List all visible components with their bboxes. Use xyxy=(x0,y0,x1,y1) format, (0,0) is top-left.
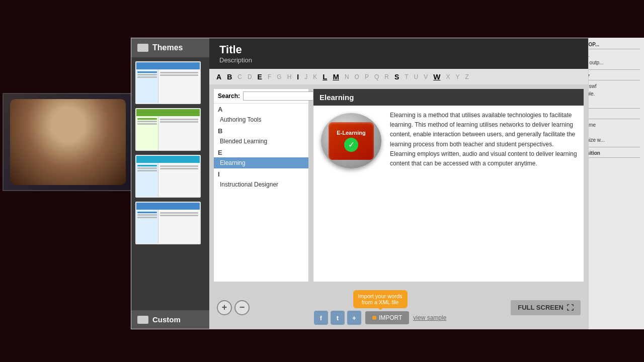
theme-thumbnails xyxy=(131,57,209,303)
alpha-X[interactable]: X xyxy=(444,72,452,81)
main-content: Title Description A B C D E F G H I J K … xyxy=(209,38,588,329)
import-tooltip: Import your words from a XML file xyxy=(353,290,408,308)
webcam-person xyxy=(10,99,126,186)
view-sample-link[interactable]: view sample xyxy=(413,314,446,321)
term-blended-learning[interactable]: Blended Learning xyxy=(214,136,308,147)
custom-label: Custom xyxy=(152,315,181,324)
alpha-Q[interactable]: Q xyxy=(372,72,381,81)
theme4-right xyxy=(158,210,200,243)
social-buttons: f t + xyxy=(314,311,361,325)
twitter-button[interactable]: t xyxy=(331,311,345,325)
alpha-T[interactable]: T xyxy=(403,72,410,81)
custom-footer[interactable]: Custom xyxy=(131,310,209,329)
webcam-area xyxy=(3,93,133,191)
detail-body: E-Learning ✓ Elearning is a method that … xyxy=(313,106,584,282)
alpha-J[interactable]: J xyxy=(302,72,309,81)
import-dot-icon xyxy=(372,316,376,320)
alpha-W[interactable]: W xyxy=(431,71,442,82)
themes-sidebar: Themes xyxy=(131,38,209,329)
theme-item-2[interactable] xyxy=(135,108,201,151)
theme1-left xyxy=(136,69,158,103)
fullscreen-icon: ⛶ xyxy=(567,304,574,312)
title-header: Title Description xyxy=(209,38,588,69)
elearning-badge-inner: E-Learning ✓ xyxy=(329,122,374,160)
alpha-U[interactable]: U xyxy=(412,72,421,81)
theme3-right xyxy=(158,163,200,197)
theme2-bar xyxy=(136,109,200,116)
detail-header: Elearning xyxy=(313,89,584,106)
theme-item-3[interactable] xyxy=(135,155,201,198)
alpha-C[interactable]: C xyxy=(235,72,244,81)
group-B: B xyxy=(214,125,308,136)
glossary-area: Search: A Authoring Tools B Blended Lear… xyxy=(209,84,588,286)
app-window: Themes xyxy=(131,38,589,329)
theme-item-1[interactable] xyxy=(135,61,201,104)
alphabet-bar: A B C D E F G H I J K L M N O P Q R S T … xyxy=(209,69,588,84)
group-A: A xyxy=(214,104,308,114)
glossary-detail: Elearning E-Learning ✓ Elearning is a me… xyxy=(313,88,584,282)
themes-icon xyxy=(137,44,148,52)
alpha-E[interactable]: E xyxy=(256,72,264,82)
alpha-K[interactable]: K xyxy=(311,72,319,81)
theme2-left xyxy=(136,116,158,150)
facebook-button[interactable]: f xyxy=(314,311,328,325)
detail-image: E-Learning ✓ xyxy=(318,111,384,171)
fullscreen-label: FULL SCREEN xyxy=(518,304,564,311)
title-text: Title xyxy=(219,43,578,56)
term-authoring-tools[interactable]: Authoring Tools xyxy=(214,114,308,125)
alpha-R[interactable]: R xyxy=(382,72,391,81)
alpha-I[interactable]: I xyxy=(295,72,301,82)
elearning-badge-text: E-Learning xyxy=(337,130,365,136)
alpha-A[interactable]: A xyxy=(214,72,223,82)
remove-button[interactable]: − xyxy=(234,300,250,315)
alpha-G[interactable]: G xyxy=(275,72,283,81)
theme1-right xyxy=(158,69,200,103)
term-elearning[interactable]: Elearning xyxy=(214,157,308,168)
theme1-bar xyxy=(136,62,200,69)
theme3-left xyxy=(136,163,158,197)
search-label: Search: xyxy=(218,93,240,100)
custom-icon xyxy=(137,316,148,324)
themes-title: Themes xyxy=(152,43,183,52)
alpha-B[interactable]: B xyxy=(225,72,234,82)
theme4-left xyxy=(136,210,158,243)
desc-text: Description xyxy=(219,56,578,64)
alpha-O[interactable]: O xyxy=(353,72,361,81)
bottom-bar: + − Import your words from a XML file f … xyxy=(209,286,588,329)
search-input[interactable] xyxy=(243,92,317,101)
import-button[interactable]: IMPORT xyxy=(365,311,409,324)
theme-item-4[interactable] xyxy=(135,202,201,244)
elearning-badge: E-Learning ✓ xyxy=(321,113,381,168)
detail-description: Elearning is a method that utilises avai… xyxy=(390,111,579,277)
theme4-bar xyxy=(136,203,200,210)
elearning-check-icon: ✓ xyxy=(344,138,358,152)
alpha-P[interactable]: P xyxy=(363,72,371,81)
alpha-Z[interactable]: Z xyxy=(463,72,471,81)
themes-header: Themes xyxy=(131,38,209,57)
glossary-items: A Authoring Tools B Blended Learning E E… xyxy=(214,104,308,282)
theme2-right xyxy=(158,116,200,150)
alpha-N[interactable]: N xyxy=(343,72,351,81)
group-I: I xyxy=(214,168,308,179)
import-label: IMPORT xyxy=(379,314,402,321)
group-E: E xyxy=(214,147,308,157)
alpha-L[interactable]: L xyxy=(320,71,329,82)
alpha-F[interactable]: F xyxy=(266,72,273,81)
alpha-H[interactable]: H xyxy=(285,72,294,81)
glossary-list: Search: A Authoring Tools B Blended Lear… xyxy=(213,88,309,282)
alpha-D[interactable]: D xyxy=(246,72,254,81)
theme3-bar xyxy=(136,156,200,163)
fullscreen-button[interactable]: FULL SCREEN ⛶ xyxy=(511,300,581,315)
alpha-M[interactable]: M xyxy=(331,71,341,82)
share-plus-button[interactable]: + xyxy=(347,311,361,325)
add-button[interactable]: + xyxy=(217,300,232,315)
alpha-Y[interactable]: Y xyxy=(453,72,461,81)
term-instructional-designer[interactable]: Instructional Designer xyxy=(214,179,308,190)
alpha-V[interactable]: V xyxy=(422,72,430,81)
alpha-S[interactable]: S xyxy=(392,72,401,82)
search-bar: Search: xyxy=(214,89,308,104)
plus-minus-controls: + − xyxy=(217,300,250,315)
